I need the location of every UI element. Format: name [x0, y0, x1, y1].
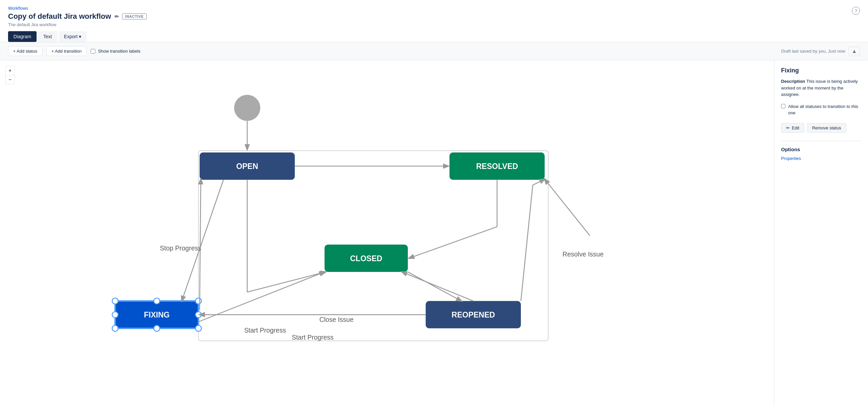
- draft-status-text: Draft last saved by you, Just now: [781, 48, 845, 54]
- start-node: [234, 95, 260, 121]
- description-label: Description: [781, 79, 805, 84]
- toolbar: + Add status + Add transition Show trans…: [0, 42, 868, 60]
- svg-line-23: [402, 272, 473, 301]
- toolbar-right: Draft last saved by you, Just now ▲: [781, 46, 860, 56]
- zoom-controls: + −: [5, 66, 15, 85]
- zoom-in-button[interactable]: +: [5, 66, 15, 75]
- allow-all-container: Allow all statuses to transition to this…: [781, 103, 861, 116]
- add-status-button[interactable]: + Add status: [8, 46, 42, 56]
- page-title: Copy of default Jira workflow: [8, 12, 111, 21]
- page-container: Workflows Copy of default Jira workflow …: [0, 0, 868, 405]
- reopened-label: REOPENED: [452, 310, 495, 319]
- show-transition-labels-label[interactable]: Show transition labels: [91, 48, 140, 54]
- open-label: OPEN: [236, 162, 258, 171]
- chevron-down-icon: ▾: [79, 34, 81, 39]
- resolve-issue-label: Resolve Issue: [563, 250, 603, 258]
- start-progress-left-label: Start Progress: [244, 327, 286, 334]
- help-icon[interactable]: ?: [852, 7, 860, 15]
- diagram-area[interactable]: + − OPEN RESOLVED: [0, 60, 774, 405]
- workflow-diagram: OPEN RESOLVED CLOSED FIXI: [0, 60, 774, 405]
- start-progress-right-label: Start Progress: [292, 334, 334, 341]
- edit-title-icon[interactable]: ✏: [115, 13, 119, 20]
- panel-title: Fixing: [781, 67, 861, 74]
- status-badge: INACTIVE: [122, 13, 147, 20]
- svg-line-4: [247, 272, 326, 292]
- svg-line-15: [182, 180, 223, 301]
- properties-link[interactable]: Properties: [781, 156, 801, 161]
- allow-all-checkbox[interactable]: [781, 104, 785, 108]
- page-title-row: Copy of default Jira workflow ✏ INACTIVE: [8, 12, 860, 21]
- svg-point-7: [112, 298, 118, 304]
- svg-line-6: [409, 227, 497, 258]
- collapse-button[interactable]: ▲: [848, 46, 860, 56]
- page-header: Workflows Copy of default Jira workflow …: [0, 0, 868, 42]
- allow-all-text: Allow all statuses to transition to this…: [788, 103, 861, 116]
- zoom-out-button[interactable]: −: [5, 75, 15, 85]
- svg-point-12: [154, 325, 160, 331]
- remove-status-button[interactable]: Remove status: [807, 123, 846, 133]
- breadcrumb[interactable]: Workflows: [8, 6, 28, 11]
- closed-label: CLOSED: [350, 254, 382, 263]
- tab-diagram[interactable]: Diagram: [8, 31, 37, 42]
- svg-point-9: [112, 325, 118, 331]
- tab-text[interactable]: Text: [38, 31, 57, 42]
- panel-description: Description This issue is being actively…: [781, 78, 861, 98]
- resolved-label: RESOLVED: [476, 162, 518, 171]
- svg-point-10: [195, 325, 202, 331]
- tab-export[interactable]: Export ▾: [59, 31, 87, 42]
- main-area: + − OPEN RESOLVED: [0, 60, 868, 405]
- svg-line-22: [408, 272, 462, 301]
- right-panel: Fixing Description This issue is being a…: [774, 60, 868, 405]
- svg-line-19: [545, 179, 590, 235]
- page-subtitle: The default Jira workflow: [8, 22, 860, 27]
- pencil-icon: ✏: [786, 125, 790, 130]
- svg-point-13: [112, 312, 118, 318]
- show-transition-labels-checkbox[interactable]: [91, 49, 95, 54]
- svg-point-11: [154, 298, 160, 304]
- show-transition-labels-text: Show transition labels: [98, 48, 140, 54]
- svg-point-8: [195, 298, 202, 304]
- add-transition-button[interactable]: + Add transition: [46, 46, 87, 56]
- svg-line-20: [521, 185, 533, 301]
- edit-button[interactable]: ✏ Edit: [781, 123, 804, 133]
- panel-actions: ✏ Edit Remove status: [781, 123, 861, 133]
- tabs-bar: Diagram Text Export ▾: [8, 31, 860, 42]
- options-title: Options: [781, 146, 861, 152]
- fixing-label: FIXING: [144, 310, 170, 319]
- svg-line-21: [533, 179, 545, 185]
- svg-line-16: [200, 179, 201, 310]
- stop-progress-label: Stop Progress: [160, 244, 202, 252]
- close-issue-label: Close Issue: [319, 316, 353, 323]
- panel-divider: [781, 141, 861, 141]
